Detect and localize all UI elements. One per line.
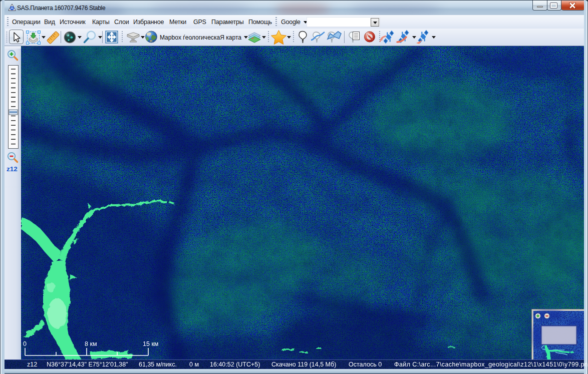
svg-text:z12: z12 bbox=[7, 165, 18, 173]
svg-text:Mapbox ѓеологическаЯ карта: Mapbox ѓеологическаЯ карта bbox=[160, 34, 242, 41]
svg-text:15 км: 15 км bbox=[143, 340, 158, 347]
svg-text:0: 0 bbox=[23, 340, 27, 347]
svg-text:8 км: 8 км bbox=[85, 340, 97, 347]
